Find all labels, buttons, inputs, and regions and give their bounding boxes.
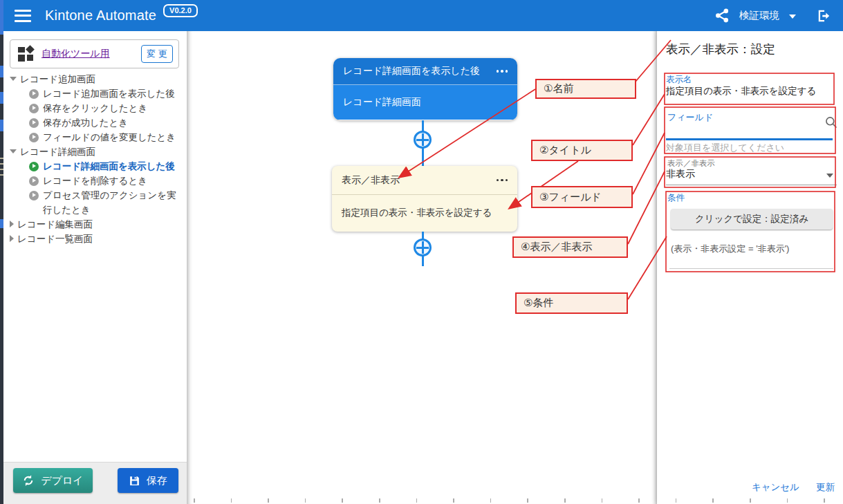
event-play-icon [29,176,39,186]
visibility-underline [666,185,837,185]
share-icon[interactable] [715,8,730,23]
settings-panel: 表示／非表示：設定 表示名 指定項目の表示・非表示を設定する フィールド 対象項… [657,31,843,504]
version-badge: V0.2.0 [163,4,198,17]
event-play-icon [29,191,39,200]
action-node[interactable]: 表示／非表示 指定項目の表示・非表示を設定する [332,166,517,232]
tree-item[interactable]: レコードを削除するとき [3,174,187,188]
sync-icon [22,474,35,487]
update-button[interactable]: 更新 [816,481,835,494]
panel-title: 表示／非表示：設定 [666,41,775,57]
display-name-value[interactable]: 指定項目の表示・非表示を設定する [666,85,816,97]
visibility-select[interactable]: 非表示 [666,168,695,180]
visibility-label: 表示／非表示 [667,158,715,169]
app-title: Kintone Automate [45,8,156,24]
caret-right-icon [10,221,14,227]
menu-icon[interactable] [15,10,31,22]
save-button[interactable]: 保存 [118,468,178,493]
tree-item[interactable]: プロセス管理のアクションを実行したとき [3,188,187,217]
logout-icon[interactable] [817,8,832,24]
field-input[interactable] [666,138,833,140]
condition-set-button[interactable]: クリックで設定：設定済み [671,209,833,230]
event-play-icon-active [29,162,39,171]
app-header: Kintone Automate V0.2.0 検証環境 [0,0,843,31]
event-play-icon [29,133,39,142]
trigger-node-title: レコード詳細画面を表示した後 [343,65,480,77]
dropdown-caret-icon[interactable] [826,174,833,178]
condition-label: 条件 [667,192,685,204]
deploy-button[interactable]: デプロイ [13,468,93,493]
add-step-button[interactable] [414,131,432,149]
tree-item[interactable]: 保存が成功したとき [3,115,187,130]
field-placeholder: 対象項目を選択してください [666,142,784,154]
tree-item[interactable]: レコード追加画面を表示した後 [3,86,187,101]
event-play-icon [29,118,39,128]
action-node-subtitle: 指定項目の表示・非表示を設定する [342,207,492,219]
action-node-title: 表示／非表示 [342,174,400,187]
chevron-down-icon[interactable] [789,15,796,19]
condition-underline [669,268,833,269]
browser-edge-strip [0,0,3,504]
display-name-label: 表示名 [666,74,692,86]
add-step-button[interactable] [414,239,432,256]
tree-group-record-detail[interactable]: レコード詳細画面 [3,144,187,159]
app-window: Kintone Automate V0.2.0 検証環境 [0,0,843,504]
field-label: フィールド [667,111,713,124]
caret-down-icon [10,149,17,153]
search-icon[interactable] [824,115,838,132]
event-tree: レコード追加画面 レコード追加画面を表示した後 保存をクリックしたとき 保存が成… [3,72,187,246]
tree-group-record-add[interactable]: レコード追加画面 [3,72,187,86]
save-icon [129,475,140,487]
node-menu-icon[interactable] [497,70,508,73]
sidebar-footer: デプロイ 保存 [3,462,187,504]
node-menu-icon[interactable] [497,179,508,182]
environment-select[interactable]: 検証環境 [739,9,779,22]
condition-summary: (表示・非表示設定 = '非表示') [671,243,789,255]
app-card: 自動化ツール用 変 更 [10,39,179,68]
tree-group-record-edit[interactable]: レコード編集画面 [3,217,187,232]
flow-canvas[interactable]: レコード詳細画面を表示した後 レコード詳細画面 表示／非表示 指定項目の表示・非… [187,31,657,504]
event-play-icon [29,104,39,113]
app-name-link[interactable]: 自動化ツール用 [41,48,110,60]
trigger-node[interactable]: レコード詳細画面を表示した後 レコード詳細画面 [333,58,517,120]
tree-item[interactable]: フィールドの値を変更したとき [3,130,187,144]
tree-item-active[interactable]: レコード詳細画面を表示した後 [3,159,187,174]
trigger-node-subtitle: レコード詳細画面 [343,96,421,109]
tree-item[interactable]: 保存をクリックしたとき [3,101,187,115]
sidebar: 自動化ツール用 変 更 レコード追加画面 レコード追加画面を表示した後 保存をク… [3,31,187,504]
change-app-button[interactable]: 変 更 [141,45,173,63]
tree-group-record-list[interactable]: レコード一覧画面 [3,232,187,246]
event-play-icon [29,89,39,99]
cancel-button[interactable]: キャンセル [752,481,799,494]
kintone-app-icon [18,46,34,62]
caret-down-icon [10,77,17,81]
caret-right-icon [10,235,14,242]
